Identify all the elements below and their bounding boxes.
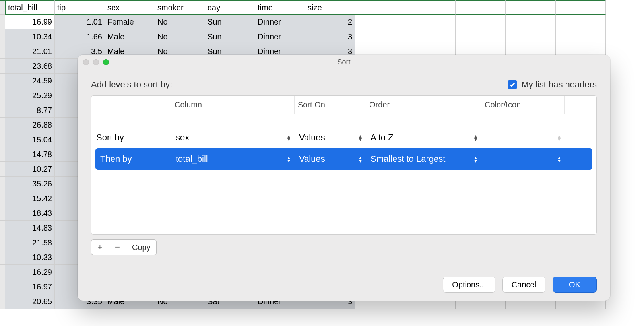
cell[interactable] — [556, 29, 606, 44]
add-level-button[interactable]: + — [91, 239, 109, 255]
level-end — [564, 148, 584, 170]
cell[interactable]: 21.58 — [5, 235, 55, 250]
cell[interactable]: 15.42 — [5, 191, 55, 206]
level-coloricon-select[interactable]: ▴▾ — [481, 148, 564, 170]
chevron-up-down-icon: ▴▾ — [359, 156, 362, 162]
cell[interactable]: 10.34 — [5, 29, 55, 44]
cell[interactable]: 8.77 — [5, 103, 55, 118]
cell[interactable]: 1.01 — [55, 15, 105, 29]
col-header-sorton: Sort On — [294, 96, 366, 114]
cell[interactable]: Female — [105, 15, 155, 29]
instruction-label: Add levels to sort by: — [91, 80, 172, 90]
cell[interactable]: 20.65 — [5, 294, 55, 309]
chevron-up-down-icon: ▴▾ — [474, 156, 477, 162]
window-controls — [83, 55, 109, 69]
headers-checkbox-wrap[interactable]: My list has headers — [508, 80, 597, 90]
column-header[interactable]: day — [205, 0, 255, 15]
level-column-select[interactable]: sex▴▾ — [171, 127, 294, 148]
ok-button[interactable]: OK — [553, 277, 597, 293]
col-header-order: Order — [366, 96, 481, 114]
column-header[interactable] — [556, 0, 606, 15]
col-header-coloricon: Color/Icon — [481, 96, 564, 114]
cell[interactable]: 16.99 — [5, 15, 55, 29]
cell[interactable]: 25.29 — [5, 88, 55, 103]
close-icon[interactable] — [83, 59, 89, 65]
cell[interactable] — [405, 15, 456, 29]
cell[interactable]: 24.59 — [5, 74, 55, 88]
cell[interactable]: 10.27 — [5, 162, 55, 177]
column-header[interactable]: time — [255, 0, 305, 15]
cell[interactable]: Sun — [205, 15, 255, 29]
column-header[interactable]: total_bill — [5, 0, 55, 15]
checkbox-icon — [508, 80, 517, 89]
cell[interactable] — [456, 15, 506, 29]
headers-checkbox-label: My list has headers — [521, 80, 597, 90]
remove-level-button[interactable]: − — [109, 239, 126, 255]
level-label: Sort by — [91, 127, 171, 148]
level-column-select[interactable]: total_bill▴▾ — [171, 148, 294, 170]
level-order-select[interactable]: Smallest to Largest▴▾ — [366, 148, 481, 170]
cell[interactable]: 26.88 — [5, 118, 55, 132]
dialog-title: Sort — [337, 58, 350, 66]
cell[interactable]: Dinner — [255, 29, 305, 44]
cell[interactable] — [355, 15, 405, 29]
sort-levels-box: Column Sort On Order Color/Icon Sort bys… — [91, 95, 597, 235]
column-header[interactable] — [456, 0, 506, 15]
zoom-icon[interactable] — [103, 59, 109, 65]
cell[interactable]: 35.26 — [5, 177, 55, 191]
chevron-up-down-icon: ▴▾ — [558, 156, 561, 162]
cell[interactable]: 23.68 — [5, 59, 55, 74]
chevron-up-down-icon: ▴▾ — [287, 134, 290, 141]
column-header[interactable] — [355, 0, 405, 15]
cell[interactable]: 2 — [305, 15, 355, 29]
cell[interactable] — [506, 15, 556, 29]
column-header[interactable]: size — [305, 0, 355, 15]
chevron-up-down-icon: ▴▾ — [287, 156, 290, 162]
column-header[interactable] — [405, 0, 456, 15]
minimize-icon[interactable] — [93, 59, 99, 65]
cell[interactable]: 16.97 — [5, 279, 55, 294]
cell[interactable]: No — [155, 15, 205, 29]
level-end — [564, 127, 588, 148]
cell[interactable] — [506, 29, 556, 44]
level-coloricon-select[interactable]: ▴▾ — [481, 127, 564, 148]
col-header-column: Column — [171, 96, 294, 114]
chevron-up-down-icon: ▴▾ — [558, 134, 561, 141]
sort-level-secondary[interactable]: Then bytotal_bill▴▾Values▴▾Smallest to L… — [95, 148, 592, 170]
level-sorton-select[interactable]: Values▴▾ — [294, 148, 366, 170]
cell[interactable]: Dinner — [255, 15, 305, 29]
cell[interactable]: 16.29 — [5, 265, 55, 279]
cell[interactable]: No — [155, 29, 205, 44]
cell[interactable]: Male — [105, 29, 155, 44]
cell[interactable]: 14.78 — [5, 147, 55, 162]
cell[interactable]: 3 — [305, 29, 355, 44]
dialog-titlebar: Sort — [78, 55, 610, 69]
options-button[interactable]: Options... — [443, 277, 495, 293]
level-toolbar: + − Copy — [91, 239, 597, 255]
cancel-button[interactable]: Cancel — [502, 277, 545, 293]
cell[interactable] — [456, 29, 506, 44]
column-header[interactable]: sex — [105, 0, 155, 15]
chevron-up-down-icon: ▴▾ — [359, 134, 362, 141]
level-sorton-select[interactable]: Values▴▾ — [294, 127, 366, 148]
chevron-up-down-icon: ▴▾ — [474, 134, 477, 141]
copy-level-button[interactable]: Copy — [126, 239, 157, 255]
cell[interactable]: 18.43 — [5, 206, 55, 221]
sort-dialog: Sort Add levels to sort by: My list has … — [78, 55, 610, 301]
cell[interactable] — [556, 15, 606, 29]
cell[interactable]: Sun — [205, 29, 255, 44]
column-header[interactable]: smoker — [155, 0, 205, 15]
column-header[interactable]: tip — [55, 0, 105, 15]
sort-level-primary[interactable]: Sort bysex▴▾Values▴▾A to Z▴▾▴▾ — [91, 127, 596, 148]
dialog-footer: Options... Cancel OK — [78, 270, 610, 301]
level-label: Then by — [95, 148, 171, 170]
cell[interactable]: 10.33 — [5, 250, 55, 265]
level-order-select[interactable]: A to Z▴▾ — [366, 127, 481, 148]
cell[interactable]: 15.04 — [5, 132, 55, 147]
cell[interactable]: 14.83 — [5, 221, 55, 235]
cell[interactable] — [355, 29, 405, 44]
cell[interactable]: 21.01 — [5, 44, 55, 59]
cell[interactable] — [405, 29, 456, 44]
column-header[interactable] — [506, 0, 556, 15]
cell[interactable]: 1.66 — [55, 29, 105, 44]
